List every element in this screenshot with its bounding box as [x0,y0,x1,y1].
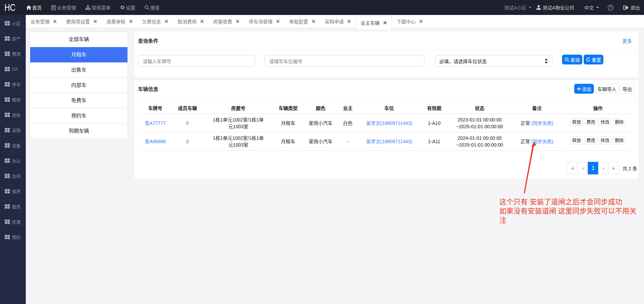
svg-text:?: ? [609,5,611,10]
